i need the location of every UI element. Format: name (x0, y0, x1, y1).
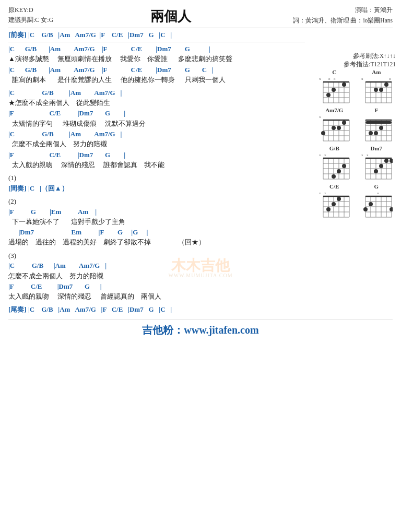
diag-CE: C/E x x (315, 183, 354, 219)
svg-text:x: x (361, 153, 363, 157)
svg-point-45 (342, 121, 346, 125)
verse3-row2: |F C/E |Dm7 G | 太入戲的親吻 深情的殘忍 曾經認真的 兩個人 (8, 282, 305, 302)
key-original: 原KEY:D (8, 5, 53, 15)
diag-C: C x o o (315, 69, 354, 105)
svg-point-79 (332, 174, 336, 179)
svg-point-46 (337, 126, 341, 130)
chorus1-row1: |C G/B |Am Am7/G | ★怎麼不成全兩個人 從此變陌生 (8, 88, 305, 108)
svg-text:x: x (324, 191, 326, 195)
svg-point-126 (369, 202, 373, 206)
svg-text:x: x (367, 153, 369, 157)
section-interlude: (1) [間奏] |C |（回▲） (8, 173, 305, 193)
diag-svg-GB: x x (318, 152, 350, 181)
diag-svg-C: x o o (318, 76, 350, 105)
key-info: 原KEY:D 建議男調:C 女:G (8, 5, 53, 25)
chorus1-lyric2: 太矯情的字句 堆砌成傷痕 沈默不算過分 (8, 119, 305, 129)
svg-point-77 (342, 164, 346, 168)
verse1-lyric1a: ▲演得多誠懇 無厘頭劇情在播放 我愛你 你愛誰 多麼悲劇的搞笑聲 (8, 54, 305, 64)
chorus1-row3: |C G/B |Am Am7/G | 怎麼不成全兩個人 努力的陪襯 (8, 129, 305, 149)
verse1-row1: |C G/B |Am Am7/G |F C/E |Dm7 G | ▲演得多誠懇 … (8, 44, 305, 64)
svg-rect-60 (365, 121, 392, 124)
interlude-text: (1) (8, 173, 305, 183)
verse1-row2: |C G/B |Am Am7/G |F C/E |Dm7 G C | 誰寫的劇本… (8, 65, 305, 85)
key-suggestion: 建議男調:C 女:G (8, 15, 53, 25)
chorus1-chords1: |C G/B |Am Am7/G | (8, 88, 305, 98)
svg-text:x: x (319, 77, 321, 81)
svg-point-30 (384, 82, 388, 87)
verse1-chords2: |C G/B |Am Am7/G |F C/E |Dm7 G C | (8, 65, 305, 75)
svg-point-93 (390, 159, 393, 163)
verse2-lyric2: 過場的 過往的 過程的美好 劇終了卻散不掉 （回★） (8, 237, 305, 247)
chorus1-lyric4: 太入戲的親吻 深情的殘忍 誰都會認真 我不能 (8, 160, 305, 170)
svg-point-111 (332, 202, 336, 206)
diag-svg-G: o (360, 190, 393, 219)
svg-text:o: o (328, 77, 331, 81)
page: 原KEY:D 建議男調:C 女:G 兩個人 演唱：黃鴻升 詞：黃鴻升、衛斯理 曲… (0, 0, 401, 342)
svg-point-16 (326, 93, 331, 97)
svg-point-31 (379, 88, 383, 92)
diag-Am7G: Am7/G x (315, 107, 354, 143)
credits-line1: 演唱：黃鴻升 (288, 5, 393, 16)
strum-line2: 參考指法:T121T121 (315, 61, 396, 68)
svg-point-63 (369, 131, 373, 135)
svg-point-95 (379, 164, 383, 168)
main-content: [前奏] |C G/B |Am Am7/G |F C/E |Dm7 G |C |… (8, 30, 305, 314)
verse2-row2: |Dm7 Em |F G |G | 過場的 過往的 過程的美好 劇終了卻散不掉 … (8, 228, 305, 247)
header-area: 原KEY:D 建議男調:C 女:G 兩個人 演唱：黃鴻升 詞：黃鴻升、衛斯理 曲… (8, 5, 393, 26)
svg-point-61 (379, 126, 383, 130)
verse1-lyric1b: 誰寫的劇本 是什麼荒謬的人生 他的擁抱你一轉身 只剩我一個人 (8, 75, 305, 85)
svg-point-125 (390, 207, 393, 211)
section-chorus1: |C G/B |Am Am7/G | ★怎麼不成全兩個人 從此變陌生 |F C/… (8, 88, 305, 170)
strum-line1: 參考刷法:X↑↓↑↓ (315, 52, 396, 60)
svg-point-78 (337, 169, 341, 173)
chorus1-lyric3: 怎麼不成全兩個人 努力的陪襯 (8, 139, 305, 149)
svg-text:x: x (319, 191, 321, 195)
verse2-chords2: |Dm7 Em |F G |G | (8, 228, 305, 237)
section-verse2: (2) |F G |Em Am | 下一幕她演不了 這對手戲少了主角 |Dm7 … (8, 196, 305, 247)
diag-svg-Dm7: x x (360, 152, 393, 181)
svg-text:o: o (377, 191, 379, 195)
footer: 吉他粉：www.jitafen.com (8, 320, 393, 337)
diag-svg-CE: x x (318, 190, 350, 219)
section-intro: [前奏] |C G/B |Am Am7/G |F C/E |Dm7 G |C | (8, 30, 305, 40)
credits-line2: 詞：黃鴻升、衛斯理 曲：io樂團Hans (288, 16, 393, 26)
interlude-chords: [間奏] |C |（回▲） (8, 184, 305, 193)
svg-point-127 (363, 207, 368, 211)
chorus1-chords4: |F C/E |Dm7 G | (8, 150, 305, 160)
svg-text:o: o (334, 77, 336, 81)
chord-diagrams-panel: 參考刷法:X↑↓↑↓ 參考指法:T121T121 C x o o (315, 52, 396, 219)
svg-point-14 (342, 82, 346, 87)
section-outro: [尾奏] |C G/B |Am Am7/G |F C/E |Dm7 G |C | (8, 305, 305, 314)
svg-text:x: x (319, 153, 321, 157)
svg-text:x: x (319, 115, 321, 119)
svg-point-15 (332, 88, 336, 92)
diag-svg-Am: x o (360, 76, 393, 105)
intro-chords: [前奏] |C G/B |Am Am7/G |F C/E |Dm7 G |C | (8, 30, 305, 40)
verse1-chords1: |C G/B |Am Am7/G |F C/E |Dm7 G | (8, 44, 305, 54)
diag-GB: G/B x x (315, 145, 354, 181)
diag-Dm7: Dm7 x x (357, 145, 396, 181)
chorus1-row2: |F C/E |Dm7 G | 太矯情的字句 堆砌成傷痕 沈默不算過分 (8, 109, 305, 128)
chorus1-chords3: |C G/B |Am Am7/G | (8, 129, 305, 139)
verse2-lyric1: 下一幕她演不了 這對手戲少了主角 (8, 217, 305, 227)
outro-chords: [尾奏] |C G/B |Am Am7/G |F C/E |Dm7 G |C | (8, 305, 305, 314)
verse3-chords1: |C G/B |Am Am7/G | (8, 261, 305, 270)
verse2-row1: |F G |Em Am | 下一幕她演不了 這對手戲少了主角 (8, 207, 305, 227)
chorus1-row4: |F C/E |Dm7 G | 太入戲的親吻 深情的殘忍 誰都會認真 我不能 (8, 150, 305, 170)
diagram-grid: C x o o (315, 69, 396, 219)
verse3-intro: (3) (8, 251, 305, 261)
verse2-chords1: |F G |Em Am | (8, 207, 305, 217)
section-verse3: (3) |C G/B |Am Am7/G | 怎麼不成全兩個人 努力的陪襯 |F… (8, 251, 305, 302)
svg-text:o: o (389, 77, 391, 81)
song-title: 兩個人 (53, 5, 288, 26)
verse3-row1: |C G/B |Am Am7/G | 怎麼不成全兩個人 努力的陪襯 (8, 261, 305, 281)
svg-point-94 (384, 159, 388, 163)
svg-point-62 (374, 131, 378, 135)
diag-svg-Am7G: x (318, 114, 350, 143)
svg-point-112 (326, 207, 331, 211)
diag-svg-F (360, 114, 393, 143)
svg-point-32 (374, 88, 378, 92)
verse2-intro: (2) (8, 196, 305, 207)
diag-F: F (357, 107, 396, 143)
top-divider (8, 28, 393, 28)
